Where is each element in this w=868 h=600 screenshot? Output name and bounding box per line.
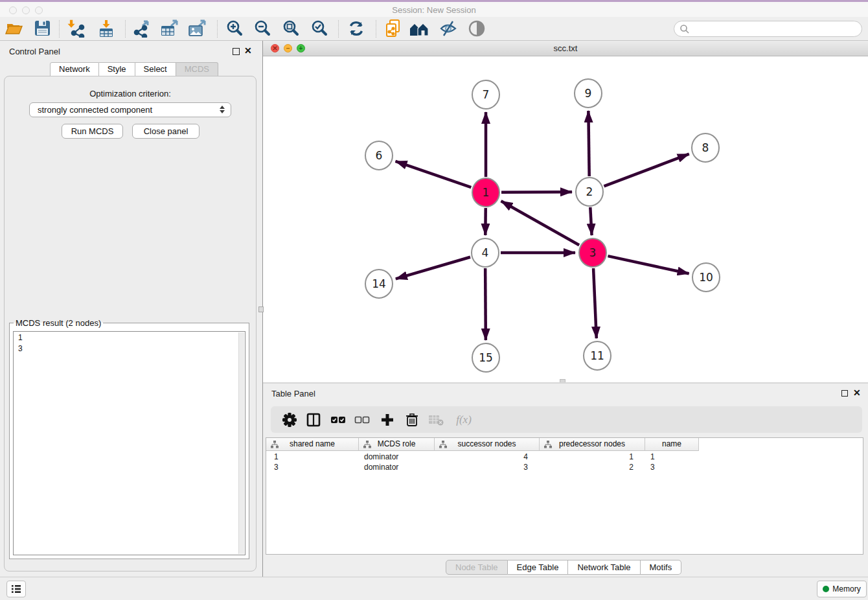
optimization-criterion-value: strongly connected component: [38, 105, 152, 115]
optimization-criterion-select[interactable]: strongly connected component: [29, 102, 231, 117]
toolbar-separator: [376, 20, 376, 38]
hide-selected-icon[interactable]: [437, 18, 459, 38]
control-panel-close-button[interactable]: ✕: [244, 45, 252, 56]
table-cell[interactable]: 1: [540, 452, 645, 462]
table-tab-edge-table[interactable]: Edge Table: [508, 560, 569, 575]
network-canvas[interactable]: 1234678910111415: [263, 56, 868, 382]
table-cell[interactable]: 3: [266, 462, 359, 472]
table-settings-gear-icon[interactable]: [279, 410, 300, 430]
column-header-shared-name[interactable]: shared name: [266, 438, 359, 451]
zoom-fit-icon[interactable]: [280, 18, 302, 38]
table-tabs: Node TableEdge TableNetwork TableMotifs: [446, 560, 681, 575]
mcds-result-item: 3: [18, 343, 245, 354]
graph-node-label-6: 6: [376, 149, 383, 162]
node-table: shared nameMCDS rolesuccessor nodesprede…: [266, 437, 863, 555]
network-window-titlebar[interactable]: ✕ – + scc.txt: [263, 41, 868, 56]
import-network-icon[interactable]: [65, 18, 87, 38]
column-header-predecessor-nodes[interactable]: predecessor nodes: [540, 438, 645, 451]
show-overview-icon[interactable]: [466, 18, 488, 38]
export-table-icon[interactable]: [159, 18, 181, 38]
graph-node-label-3: 3: [589, 246, 597, 259]
graph-node-label-1: 1: [483, 186, 490, 199]
control-panel-title: Control Panel: [9, 47, 60, 56]
control-panel-float-button[interactable]: [233, 48, 240, 55]
control-panel-tab-select[interactable]: Select: [135, 62, 176, 76]
import-table-icon[interactable]: [95, 18, 117, 38]
mcds-panel: Optimization criterion: strongly connect…: [4, 76, 257, 571]
table-toolbar: f(x): [271, 406, 862, 433]
memory-button[interactable]: Memory: [817, 581, 867, 597]
status-bar: Memory: [0, 577, 868, 600]
table-cell[interactable]: dominator: [359, 452, 435, 462]
refresh-icon[interactable]: [345, 18, 367, 38]
duplicate-network-icon[interactable]: [382, 18, 404, 38]
table-panel: Table Panel ✕ f(x): [263, 384, 868, 577]
table-cell[interactable]: 4: [435, 452, 540, 462]
memory-label: Memory: [832, 584, 860, 594]
control-panel-tab-mcds[interactable]: MCDS: [176, 62, 218, 76]
select-all-icon[interactable]: [328, 410, 348, 430]
toolbar-separator: [59, 20, 60, 38]
zoom-out-icon[interactable]: [251, 18, 273, 38]
column-header-name[interactable]: name: [645, 438, 699, 451]
panel-divider-grip[interactable]: [258, 306, 264, 312]
table-cell[interactable]: 1: [645, 452, 699, 462]
column-header-successor-nodes[interactable]: successor nodes: [435, 438, 540, 451]
graph-edge-4-14[interactable]: [396, 257, 470, 279]
control-panel-tab-style[interactable]: Style: [99, 62, 135, 76]
table-columns-icon[interactable]: [303, 410, 324, 430]
export-image-icon[interactable]: [187, 18, 209, 38]
table-panel-float-button[interactable]: [841, 390, 848, 397]
network-window-title: scc.txt: [263, 43, 868, 53]
table-cell[interactable]: 3: [645, 462, 699, 472]
add-row-icon[interactable]: [377, 410, 398, 430]
graph-node-label-9: 9: [585, 87, 592, 100]
graph-edge-1-2[interactable]: [501, 192, 572, 192]
mcds-result-item: 1: [18, 332, 245, 343]
zoom-in-icon[interactable]: [223, 18, 246, 38]
graph-edge-2-8[interactable]: [604, 154, 689, 187]
table-row-1[interactable]: 1dominator411: [266, 452, 863, 462]
graph-edge-2-9[interactable]: [588, 111, 589, 176]
table-cell[interactable]: dominator: [359, 462, 435, 472]
graph-node-label-2: 2: [586, 185, 593, 198]
run-mcds-button[interactable]: Run MCDS: [62, 124, 123, 139]
table-panel-close-button[interactable]: ✕: [853, 387, 861, 398]
table-tab-node-table[interactable]: Node Table: [446, 560, 508, 575]
graph-edge-3-1[interactable]: [501, 201, 580, 245]
graph-edge-2-3[interactable]: [590, 207, 591, 235]
select-stepper-icon: [220, 106, 225, 113]
zoom-selected-icon[interactable]: [308, 18, 330, 38]
graph-edge-3-11[interactable]: [593, 268, 597, 338]
mcds-result-list[interactable]: 13: [13, 331, 246, 555]
search-input[interactable]: [674, 21, 862, 37]
graph-node-label-4: 4: [482, 246, 489, 259]
close-panel-button[interactable]: Close panel: [132, 124, 200, 139]
table-cell[interactable]: 2: [540, 462, 645, 472]
export-network-icon[interactable]: [131, 18, 153, 38]
open-file-icon[interactable]: [3, 18, 25, 38]
table-row-3[interactable]: 3dominator323: [266, 462, 863, 472]
table-cell[interactable]: 1: [266, 452, 359, 462]
graph-edge-4-15[interactable]: [485, 268, 486, 340]
table-panel-title: Table Panel: [271, 389, 315, 398]
save-session-icon[interactable]: [31, 18, 53, 38]
table-tab-network-table[interactable]: Network Table: [568, 560, 640, 575]
task-history-button[interactable]: [6, 581, 26, 597]
table-header-row: shared nameMCDS rolesuccessor nodesprede…: [266, 438, 699, 451]
mcds-result-scrollbar[interactable]: [238, 332, 244, 554]
control-panel-tabs: NetworkStyleSelectMCDS: [50, 62, 218, 76]
control-panel-tab-network[interactable]: Network: [50, 62, 99, 76]
show-all-icon[interactable]: [409, 18, 431, 38]
delete-row-trash-icon[interactable]: [402, 410, 422, 430]
graph-edge-3-10[interactable]: [608, 256, 689, 273]
table-cell[interactable]: 3: [435, 462, 540, 472]
deselect-all-icon[interactable]: [352, 410, 372, 430]
graph-edge-1-6[interactable]: [396, 161, 472, 187]
graph-node-label-10: 10: [699, 271, 713, 284]
function-builder-icon: f(x): [451, 410, 477, 430]
list-icon: [11, 584, 21, 594]
column-type-icon: [271, 441, 279, 448]
column-header-MCDS-role[interactable]: MCDS role: [359, 438, 435, 451]
table-tab-motifs[interactable]: Motifs: [641, 560, 682, 575]
